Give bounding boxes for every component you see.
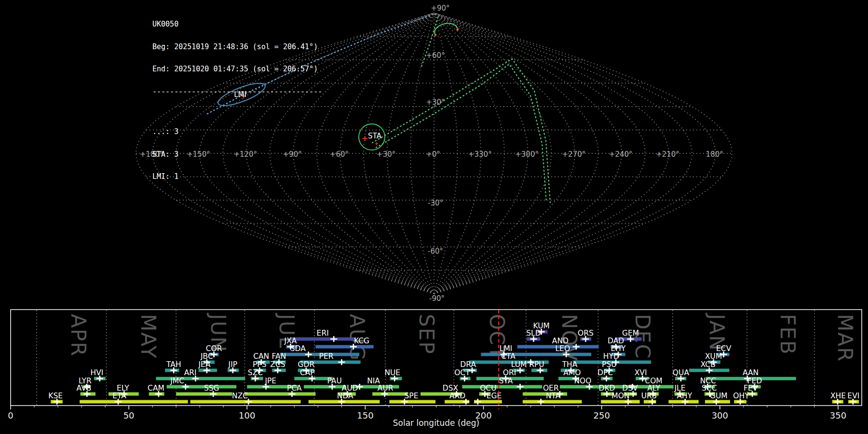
activity-bar [176, 393, 232, 396]
shower-evi: EVI [847, 392, 859, 405]
shower-code-label: FAN [272, 352, 286, 361]
activity-bar [315, 345, 373, 349]
activity-bar [389, 400, 435, 404]
count-sporadic: ...: 3 [152, 128, 322, 136]
shower-code-label: GDR [298, 360, 314, 369]
latitude-label: +90° [431, 4, 449, 13]
shower-jip: JIP [228, 360, 239, 373]
shower-code-label: PPS [253, 360, 267, 369]
shower-code-label: ORI [503, 368, 516, 377]
shower-code-label: PSU [602, 360, 617, 369]
longitude-label: +330° [468, 150, 492, 159]
shower-code-label: STA [499, 377, 513, 385]
shower-code-label: NDA [337, 392, 353, 400]
axis-tick-label: 50 [123, 410, 135, 420]
shower-code-label: AVB [77, 384, 92, 393]
shower-code-label: THA [562, 360, 578, 369]
shower-code-label: PER [319, 352, 334, 361]
activity-bar [601, 400, 639, 404]
shower-code-label: EVI [847, 392, 859, 400]
shower-code-label: OHY [733, 392, 749, 400]
shower-code-label: SLD [526, 329, 541, 338]
shower-code-label: XCB [701, 360, 716, 369]
radiant-map-screen: LMISTA+90°+60°+30°-30°-60°-90°+180°+150°… [0, 0, 868, 434]
latitude-label: +60° [426, 51, 445, 60]
shower-code-label: CAN [253, 352, 269, 361]
shower-code-label: JEA [198, 360, 211, 369]
shower-sld: SLD [526, 329, 541, 342]
count-sta: STA: 3 [152, 151, 322, 159]
shower-code-label: DPC [597, 368, 613, 377]
month-label-apr: APR [67, 314, 90, 357]
shower-code-label: DRA [460, 360, 476, 369]
activity-bar [523, 400, 582, 404]
shower-code-label: XHE [830, 392, 846, 400]
latitude-label: +30° [426, 98, 445, 107]
shower-code-label: LEO [555, 344, 570, 353]
shower-code-label: HYD [603, 352, 619, 361]
shower-code-label: SPE [405, 392, 419, 400]
latitude-label: -90° [429, 294, 445, 303]
shower-code-label: GEM [622, 329, 639, 338]
shower-code-label: GUM [710, 392, 728, 400]
arc-end-dot [434, 34, 436, 36]
shower-code-label: ZCS [270, 360, 285, 369]
shower-code-label: CAM [148, 384, 164, 393]
shower-code-label: LUM [511, 360, 527, 369]
axis-tick-label: 0 [8, 410, 13, 420]
shower-code-label: AHY [677, 392, 692, 400]
station-id: UK0050 [152, 21, 322, 28]
shower-code-label: ORS [578, 329, 594, 338]
axis-tick-label: 100 [239, 410, 255, 420]
shower-code-label: ARI [184, 368, 197, 377]
longitude-label: +210° [656, 150, 679, 159]
shower-code-label: AMO [563, 368, 581, 377]
month-label-feb: FEB [776, 314, 800, 355]
shower-code-label: NOO [574, 377, 591, 385]
longitude-label: +300° [515, 150, 539, 159]
month-label-mar: MAR [833, 314, 857, 362]
axis-title: Solar longitude (deg) [393, 418, 480, 428]
arc-end-dot [457, 28, 459, 30]
shower-code-label: SSG [204, 384, 219, 393]
shower-code-label: ARD [449, 392, 465, 400]
latitude-label: -30° [428, 199, 443, 207]
month-label-sep: SEP [415, 314, 438, 355]
shower-code-label: NUE [384, 368, 400, 377]
activity-bar [372, 393, 408, 396]
longitude-label: +270° [562, 150, 586, 159]
begin-time: Beg: 20251019 21:48:36 (sol = 206.41°) [152, 43, 322, 51]
observation-summary: UK0050 Beg: 20251019 21:48:36 (sol = 206… [152, 6, 322, 196]
shower-code-label: HVI [91, 368, 104, 377]
shower-code-label: CAP [300, 368, 315, 377]
shower-cam: CAM [148, 384, 164, 397]
shower-code-label: JPE [264, 377, 276, 385]
shower-code-label: KSE [48, 392, 63, 400]
sky-and-timeline-canvas: LMISTA+90°+60°+30°-30°-60°-90°+180°+150°… [0, 0, 868, 434]
shower-code-label: AAN [743, 368, 759, 377]
background [0, 0, 868, 434]
shower-code-label: JIP [228, 360, 238, 369]
shower-code-label: TAH [166, 360, 181, 369]
shower-code-label: CTA [501, 352, 515, 361]
activity-bar [462, 385, 542, 389]
shower-code-label: XUM [705, 352, 722, 361]
activity-bar [560, 385, 599, 389]
shower-code-label: AUR [378, 384, 393, 393]
activity-bar [304, 385, 346, 389]
shower-code-label: NTA [546, 392, 561, 400]
radiant-label-sta: STA [368, 132, 382, 140]
separator-line: --------------------------------------- [152, 88, 322, 96]
shower-code-label: NZC [232, 392, 248, 400]
longitude-label: +60° [330, 150, 349, 159]
shower-code-label: JMC [170, 377, 184, 385]
shower-code-label: PAU [327, 377, 342, 385]
shower-code-label: URS [641, 392, 657, 400]
shower-code-label: RPU [529, 360, 544, 369]
activity-bar [167, 385, 237, 389]
longitude-label: 180° [706, 150, 723, 159]
activity-bar [290, 338, 356, 341]
axis-tick-label: 300 [712, 410, 728, 420]
longitude-label: +240° [609, 150, 633, 159]
activity-bar [80, 400, 188, 404]
